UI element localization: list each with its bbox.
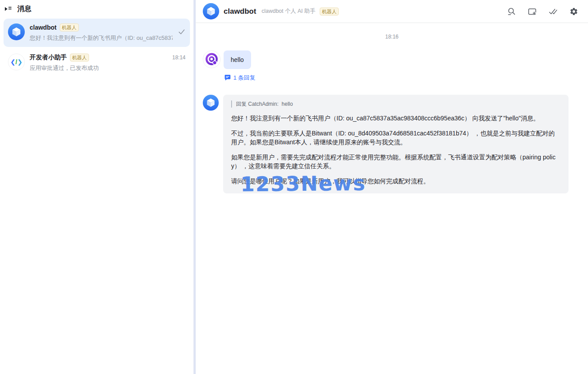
reply-count-label: 1 条回复: [233, 74, 255, 82]
bot-badge: 机器人: [60, 23, 79, 31]
peer-name: clawdbot: [224, 7, 256, 16]
user-message-bubble[interactable]: hello: [224, 50, 251, 69]
user-message-row: hello 1 条回复: [203, 50, 588, 82]
check-icon: [178, 28, 186, 38]
bot-paragraph: 如果您是新用户，需要先完成配对流程才能正常使用完整功能。根据系统配置，飞书通道设…: [231, 153, 561, 170]
chat-time: 18:14: [172, 54, 186, 61]
time-separator: 18:16: [196, 34, 588, 40]
message-sidebar: 消息 clawdbot 机器人 您: [0, 0, 193, 374]
bot-paragraph: 您好！我注意到有一个新的飞书用户（ID: ou_ca87c5837a35ac98…: [231, 114, 561, 123]
chat-name: clawdbot: [30, 24, 57, 31]
chat-name: 开发者小助手: [30, 54, 67, 62]
sidebar-header: 消息: [0, 0, 193, 17]
quoted-message[interactable]: 回复 CatchAdmin: hello: [231, 100, 561, 108]
message-history[interactable]: 18:16 hello: [196, 23, 588, 374]
thread-reply-link[interactable]: 1 条回复: [224, 74, 255, 82]
feishu-chat-window: 消息 clawdbot 机器人 您: [0, 0, 588, 374]
search-icon[interactable]: [507, 7, 516, 16]
bot-message-bubble[interactable]: 回复 CatchAdmin: hello 您好！我注意到有一个新的飞书用户（ID…: [223, 95, 569, 193]
bot-message-row: 回复 CatchAdmin: hello 您好！我注意到有一个新的飞书用户（ID…: [203, 95, 588, 193]
chat-list-item-dev-assistant[interactable]: ❮/❯ 开发者小助手 机器人 18:14 应用审批通过，已发布成功: [4, 49, 190, 77]
bot-paragraph: 请问您是哪位用户呢？如果是新用户，我可以指导您如何完成配对流程。: [231, 177, 561, 185]
peer-description: clawdbot 个人 AI 助手: [262, 8, 316, 15]
header-toolbar: [507, 7, 578, 16]
quote-label: 回复 CatchAdmin:: [236, 100, 279, 108]
chat-list-item-clawdbot[interactable]: clawdbot 机器人 您好！我注意到有一个新的飞书用户（ID: ou_ca8…: [4, 19, 190, 47]
quote-text: hello: [282, 100, 293, 108]
chat-list: clawdbot 机器人 您好！我注意到有一个新的飞书用户（ID: ou_ca8…: [0, 17, 193, 79]
bot-paragraph: 不过，我当前的主要联系人是Bitwant（ID: ou_8d409503a74d…: [231, 129, 561, 147]
settings-gear-icon[interactable]: [569, 7, 578, 16]
bot-badge: 机器人: [320, 8, 339, 15]
clawdbot-avatar[interactable]: [203, 95, 219, 111]
new-window-add-icon[interactable]: [528, 7, 537, 16]
conversation-panel: clawdbot clawdbot 个人 AI 助手 机器人: [196, 0, 588, 374]
chat-preview: 您好！我注意到有一个新的飞书用户（ID: ou_ca87c5837a35ac: [30, 34, 173, 42]
clawdbot-avatar: [8, 23, 25, 40]
reply-bubble-icon: [224, 74, 231, 82]
chat-preview: 应用审批通过，已发布成功: [30, 64, 186, 72]
double-check-icon[interactable]: [549, 7, 557, 16]
dev-assistant-avatar: ❮/❯: [8, 54, 25, 70]
conversation-header: clawdbot clawdbot 个人 AI 助手 机器人: [196, 0, 588, 23]
clawdbot-avatar[interactable]: [203, 3, 219, 19]
sidebar-title: 消息: [17, 4, 31, 14]
catchadmin-avatar[interactable]: [203, 50, 220, 68]
collapse-list-icon[interactable]: [4, 4, 12, 13]
bot-badge: 机器人: [70, 54, 89, 62]
